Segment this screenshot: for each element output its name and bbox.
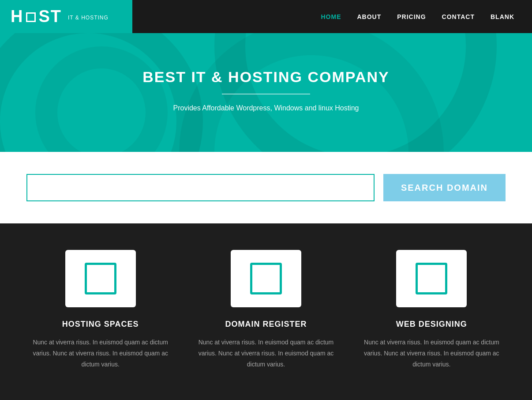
hero-title: BEST IT & HOSTING COMPANY: [0, 68, 532, 86]
web-icon-box: [396, 250, 467, 307]
feature-card-hosting: HOSTING SPACES Nunc at viverra risus. In…: [26, 250, 174, 370]
main-nav: HOME ABOUT PRICING CONTACT BLANK: [321, 0, 532, 33]
search-section: SEARCH DOMAIN: [0, 152, 532, 223]
nav-pricing[interactable]: PRICING: [397, 13, 426, 20]
hero-ripple-1: [35, 46, 168, 152]
hosting-icon: [85, 263, 116, 294]
feature-card-domain: DOMAIN REGISTER Nunc at viverra risus. I…: [192, 250, 340, 370]
domain-description: Nunc at viverra risus. In euismod quam a…: [192, 337, 340, 370]
domain-title: DOMAIN REGISTER: [225, 320, 307, 329]
hero-divider: [222, 94, 310, 94]
features-section: HOSTING SPACES Nunc at viverra risus. In…: [0, 223, 532, 400]
header: HST IT & HOSTING HOME ABOUT PRICING CONT…: [0, 0, 532, 33]
feature-card-web: WEB DESIGNING Nunc at viverra risus. In …: [358, 250, 506, 370]
logo-text: HST: [11, 7, 62, 26]
nav-contact[interactable]: CONTACT: [442, 13, 475, 20]
domain-search-input[interactable]: [26, 174, 375, 201]
nav-home[interactable]: HOME: [321, 13, 341, 20]
nav-about[interactable]: ABOUT: [357, 13, 381, 20]
logo-block: HST IT & HOSTING: [0, 0, 132, 33]
logo-subtitle: IT & HOSTING: [68, 15, 109, 21]
search-domain-button[interactable]: SEARCH DOMAIN: [383, 174, 506, 201]
web-icon: [416, 263, 447, 294]
web-title: WEB DESIGNING: [396, 320, 467, 329]
hosting-icon-box: [65, 250, 136, 307]
domain-icon: [250, 263, 282, 294]
logo-square-icon: [26, 12, 36, 22]
hero-ripple-2: [179, 33, 444, 152]
domain-icon-box: [231, 250, 301, 307]
hosting-description: Nunc at viverra risus. In euismod quam a…: [26, 337, 174, 370]
hero-subtitle: Provides Affordable Wordpress, Windows a…: [0, 104, 532, 112]
web-description: Nunc at viverra risus. In euismod quam a…: [358, 337, 506, 370]
hero-section: BEST IT & HOSTING COMPANY Provides Affor…: [0, 33, 532, 152]
hosting-title: HOSTING SPACES: [62, 320, 139, 329]
nav-blank[interactable]: BLANK: [491, 13, 514, 20]
